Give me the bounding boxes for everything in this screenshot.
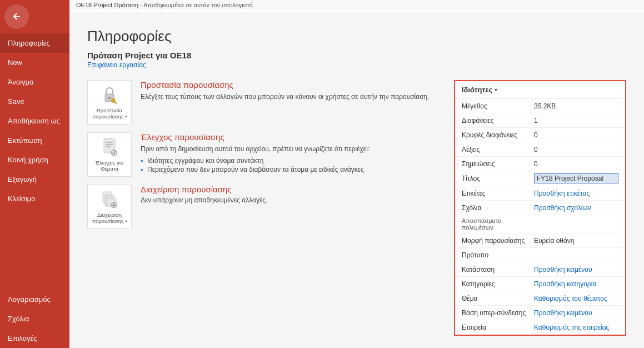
manage-card: Διαχείρισηπαρουσίασης • Διαχείριση παρου…	[87, 185, 443, 229]
prop-label-comments: Σχόλια	[462, 204, 534, 212]
prop-row-template: Πρότυπο	[455, 248, 625, 262]
prop-row-comments: Σχόλια Προσθήκη σχολίων	[455, 201, 625, 215]
prop-row-hidden: Κρυφές διαφάνειες 0	[455, 128, 625, 142]
prop-label-subject: Θέμα	[462, 295, 534, 302]
prop-label-status: Κατάσταση	[462, 266, 534, 274]
prop-label-media: Αποσπάσματα πολυμέσων	[462, 217, 534, 231]
prop-value-subject[interactable]: Καθορισμός του θέματος	[534, 295, 618, 302]
prop-value-categories[interactable]: Προσθήκη κατηγορία	[534, 280, 618, 288]
sidebar-item-open[interactable]: Άνοιγμα	[0, 72, 69, 92]
prop-row-hyperlink: Βάση υπερ-σύνδεσης Προσθήκη κειμένου	[455, 306, 625, 320]
prop-label-size: Μέγεθος	[462, 102, 534, 110]
check-card-desc: Πριν από τη δημοσίευση αυτού του αρχείου…	[141, 144, 443, 154]
prop-value-hyperlink[interactable]: Προσθήκη κειμένου	[534, 309, 618, 317]
check-list-item-1: Ιδιότητες εγγράφου και όνομα συντάκτη	[141, 156, 443, 165]
prop-value-title[interactable]: FY18 Project Proposal	[534, 173, 618, 183]
prop-row-notes: Σημειώσεις 0	[455, 157, 625, 171]
prop-value-tags[interactable]: Προσθήκη ετικέτας	[534, 190, 618, 197]
sidebar-item-export[interactable]: Εξαγωγή	[0, 170, 69, 189]
prop-row-size: Μέγεθος 35.2KB	[455, 99, 625, 113]
manage-card-desc: Δεν υπάρχουν μη αποθηκευμένες αλλαγές.	[141, 196, 443, 204]
check-card-body: Έλεγχος παρουσίασης Πριν από τη δημοσίευ…	[141, 132, 443, 174]
prop-value-notes: 0	[534, 160, 618, 168]
topbar-saveinfo: Αποθηκευμένα σε αυτόν τον υπολογιστή	[143, 2, 253, 8]
prop-label-categories: Κατηγορίες	[462, 280, 534, 288]
prop-label-title: Τίτλος	[462, 175, 534, 182]
prop-value-comments[interactable]: Προσθήκη σχολίων	[534, 204, 618, 212]
properties-header: Ιδιότητες ▾	[455, 81, 625, 99]
prop-row-slides: Διαφάνειες 1	[455, 113, 625, 128]
sidebar-item-options[interactable]: Επιλογές	[0, 329, 69, 348]
properties-arrow-icon[interactable]: ▾	[495, 87, 497, 93]
sidebar-item-save[interactable]: Save	[0, 92, 69, 111]
manage-card-title[interactable]: Διαχείριση παρουσίασης	[141, 185, 443, 194]
prop-label-template: Πρότυπο	[462, 251, 534, 259]
left-section: Προστασίαπαρουσίασης • Προστασία παρουσί…	[87, 80, 443, 229]
sidebar-item-print[interactable]: Εκτύπωση	[0, 131, 69, 150]
sidebar-item-feedback[interactable]: Σχόλια	[0, 309, 69, 329]
sidebar-item-new[interactable]: New	[0, 53, 69, 72]
topbar-filename: OE18 Project Πρόταση	[76, 2, 138, 8]
prop-row-words: Λέξεις 0	[455, 142, 625, 157]
prop-value-company[interactable]: Καθορισμός της εταιρείας	[534, 324, 618, 331]
topbar-separator: -	[138, 2, 143, 8]
check-icon-label: Έλεγχος γιαΘέματα	[96, 160, 124, 172]
prop-row-categories: Κατηγορίες Προσθήκη κατηγορία	[455, 277, 625, 291]
sidebar-item-account[interactable]: Λογαριασμός	[0, 290, 69, 309]
sidebar-item-info[interactable]: Πληροφορίες	[0, 33, 69, 53]
prop-row-title: Τίτλος FY18 Project Proposal	[455, 171, 625, 186]
prop-row-format: Μορφή παρουσίασης Ευρεία οθόνη	[455, 233, 625, 248]
protect-card-body: Προστασία παρουσίασης Ελέγξτε τους τύπου…	[141, 80, 443, 102]
prop-value-size: 35.2KB	[534, 102, 618, 110]
prop-value-hidden: 0	[534, 131, 618, 139]
sidebar: Πληροφορίες New Άνοιγμα Save Αποθήκευση …	[0, 0, 69, 348]
prop-label-hyperlink: Βάση υπερ-σύνδεσης	[462, 309, 534, 317]
protect-card-desc: Ελέγξτε τους τύπους των αλλαγών που μπορ…	[141, 92, 443, 102]
prop-row-tags: Ετικέτες Προσθήκη ετικέτας	[455, 186, 625, 201]
check-card: Έλεγχος γιαΘέματα Έλεγχος παρουσίασης Πρ…	[87, 132, 443, 177]
sidebar-item-saveas[interactable]: Αποθήκευση ως	[0, 111, 69, 131]
check-card-list: Ιδιότητες εγγράφου και όνομα συντάκτη Πε…	[141, 156, 443, 174]
check-icon-box[interactable]: Έλεγχος γιαΘέματα	[87, 132, 132, 177]
prop-label-slides: Διαφάνειες	[462, 117, 534, 125]
prop-value-words: 0	[534, 146, 618, 153]
back-button[interactable]	[4, 4, 29, 29]
prop-row-subject: Θέμα Καθορισμός του θέματος	[455, 291, 625, 306]
prop-row-status: Κατάσταση Προσθήκη κειμένου	[455, 262, 625, 277]
doc-location[interactable]: Επιφάνεια εργασίας	[87, 61, 626, 69]
check-card-title[interactable]: Έλεγχος παρουσίασης	[141, 132, 443, 142]
manage-card-body: Διαχείριση παρουσίασης Δεν υπάρχουν μη α…	[141, 185, 443, 204]
manage-icon-box[interactable]: Διαχείρισηπαρουσίασης •	[87, 185, 132, 229]
protect-icon-box[interactable]: Προστασίαπαρουσίασης •	[87, 80, 132, 125]
prop-value-format: Ευρεία οθόνη	[534, 237, 618, 245]
prop-value-status[interactable]: Προσθήκη κειμένου	[534, 266, 618, 274]
prop-row-company: Εταιρεία Καθορισμός της εταιρείας	[455, 320, 625, 335]
sidebar-item-close[interactable]: Κλείσιμο	[0, 189, 69, 208]
doc-title: Πρόταση Project για OE18	[87, 51, 626, 60]
properties-title: Ιδιότητες	[462, 86, 492, 94]
main-content: Πληροφορίες Πρόταση Project για OE18 Επι…	[69, 12, 644, 348]
prop-value-slides: 1	[534, 117, 618, 125]
prop-label-tags: Ετικέτες	[462, 190, 534, 197]
page-title: Πληροφορίες	[87, 28, 626, 45]
check-list-item-2: Περιεχόμενο που δεν μπορούν να διαβάσουν…	[141, 165, 443, 174]
content-area: Προστασίαπαρουσίασης • Προστασία παρουσί…	[87, 80, 626, 336]
svg-point-1	[108, 97, 111, 99]
properties-panel: Ιδιότητες ▾ Μέγεθος 35.2KB Διαφάνειες 1 …	[454, 80, 626, 336]
prop-label-notes: Σημειώσεις	[462, 160, 534, 168]
sidebar-item-share[interactable]: Κοινή χρήση	[0, 150, 69, 170]
topbar: OE18 Project Πρόταση - Αποθηκευμένα σε α…	[69, 0, 644, 10]
prop-label-format: Μορφή παρουσίασης	[462, 237, 534, 245]
manage-icon-label: Διαχείρισηπαρουσίασης •	[92, 212, 127, 225]
prop-label-company: Εταιρεία	[462, 324, 534, 331]
protect-card: Προστασίαπαρουσίασης • Προστασία παρουσί…	[87, 80, 443, 125]
prop-row-media-section: Αποσπάσματα πολυμέσων	[455, 215, 625, 233]
protect-icon-label: Προστασίαπαρουσίασης •	[92, 107, 127, 120]
prop-label-hidden: Κρυφές διαφάνειες	[462, 131, 534, 139]
protect-card-title[interactable]: Προστασία παρουσίασης	[141, 80, 443, 90]
prop-label-words: Λέξεις	[462, 146, 534, 153]
